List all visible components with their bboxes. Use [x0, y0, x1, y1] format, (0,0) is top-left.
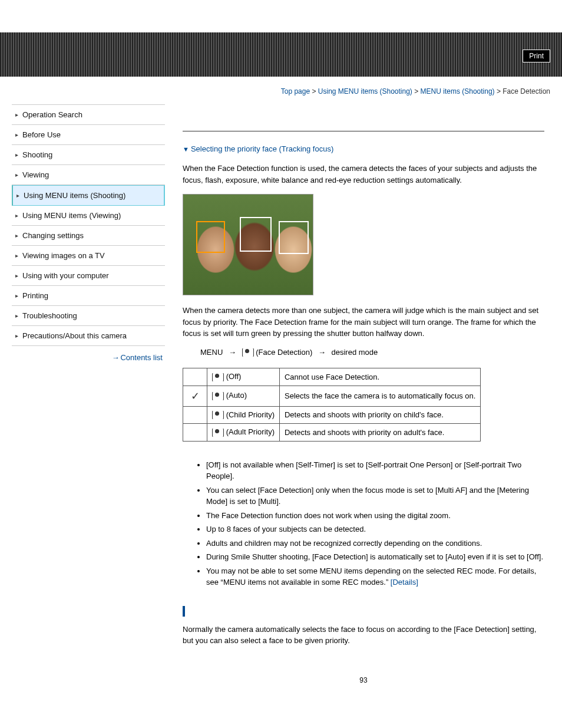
arrow-icon: →: [229, 348, 236, 357]
step-desired-mode: desired mode: [332, 348, 378, 357]
mode-desc: Detects and shoots with priority on adul…: [279, 424, 480, 442]
check-cell: [183, 424, 207, 442]
breadcrumb-top[interactable]: Top page: [281, 87, 310, 95]
mode-desc: Cannot use Face Detection.: [279, 368, 480, 386]
table-row: (Off) Cannot use Face Detection.: [183, 368, 481, 386]
sidebar-item-printing[interactable]: Printing: [12, 286, 165, 306]
section-divider: [183, 606, 544, 617]
page-number: 93: [183, 676, 544, 684]
mode-label: (Adult Priority): [207, 424, 280, 442]
notes-list: [Off] is not available when [Self-Timer]…: [183, 459, 544, 588]
face-auto-icon: [212, 391, 224, 401]
face-off-icon: [212, 373, 224, 382]
toc-link-priority-face[interactable]: Selecting the priority face (Tracking fo…: [183, 144, 333, 153]
sidebar-item-menu-viewing[interactable]: Using MENU items (Viewing): [12, 206, 165, 226]
face-child-icon: [212, 410, 224, 420]
check-cell: [183, 368, 207, 386]
sidebar-item-changing-settings[interactable]: Changing settings: [12, 226, 165, 246]
details-link[interactable]: [Details]: [391, 578, 418, 587]
list-item: You can select [Face Detection] only whe…: [206, 485, 544, 508]
header-banner: Print: [0, 32, 562, 77]
list-item: Adults and children may not be recognize…: [206, 538, 544, 549]
sidebar-item-operation-search[interactable]: Operation Search: [12, 105, 165, 125]
sidebar-item-before-use[interactable]: Before Use: [12, 125, 165, 145]
main-content: Selecting the priority face (Tracking fo…: [183, 95, 550, 684]
sidebar-item-precautions[interactable]: Precautions/About this camera: [12, 326, 165, 346]
sidebar-nav: Operation Search Before Use Shooting Vie…: [12, 104, 165, 362]
mode-desc: Selects the face the camera is to automa…: [279, 386, 480, 406]
paragraph-2: When the camera detects more than one su…: [183, 305, 544, 340]
sidebar-item-menu-shooting[interactable]: Using MENU items (Shooting): [12, 185, 165, 206]
table-row: (Adult Priority) Detects and shoots with…: [183, 424, 481, 442]
list-item: [Off] is not available when [Self-Timer]…: [206, 459, 544, 482]
focus-frame-white-2: [279, 221, 309, 254]
options-table: (Off) Cannot use Face Detection. ✓ (Auto…: [183, 368, 481, 442]
contents-list-link[interactable]: Contents list: [120, 353, 163, 362]
list-item: The Face Detection function does not wor…: [206, 510, 544, 522]
sidebar-item-shooting[interactable]: Shooting: [12, 145, 165, 165]
sidebar-item-troubleshooting[interactable]: Troubleshooting: [12, 306, 165, 326]
arrow-right-icon: →: [112, 353, 118, 362]
breadcrumb-current: Face Detection: [503, 87, 550, 95]
intro-paragraph: When the Face Detection function is used…: [183, 163, 544, 186]
section2-paragraph: Normally the camera automatically select…: [183, 624, 544, 647]
checkmark-icon: ✓: [191, 390, 200, 402]
sidebar-item-computer[interactable]: Using with your computer: [12, 266, 165, 286]
section-rule: [183, 131, 544, 131]
check-cell: ✓: [183, 386, 207, 406]
mode-label: (Off): [207, 368, 280, 386]
mode-label: (Child Priority): [207, 406, 280, 424]
focus-frame-white-1: [240, 217, 272, 252]
sidebar-item-viewing[interactable]: Viewing: [12, 165, 165, 185]
table-row: ✓ (Auto) Selects the face the camera is …: [183, 386, 481, 406]
mode-desc: Detects and shoots with priority on chil…: [279, 406, 480, 424]
focus-frame-orange: [196, 221, 225, 253]
table-row: (Child Priority) Detects and shoots with…: [183, 406, 481, 424]
list-item: During Smile Shutter shooting, [Face Det…: [206, 551, 544, 563]
list-item: Up to 8 faces of your subjects can be de…: [206, 523, 544, 535]
breadcrumb-level1[interactable]: Using MENU items (Shooting): [318, 87, 412, 95]
list-item: You may not be able to set some MENU ite…: [206, 565, 544, 588]
face-adult-icon: [212, 428, 224, 437]
operation-steps: MENU → (Face Detection) → desired mode: [200, 348, 544, 358]
arrow-icon: →: [318, 348, 326, 357]
mode-label: (Auto): [207, 386, 280, 406]
print-button[interactable]: Print: [523, 50, 550, 62]
breadcrumb: Top page > Using MENU items (Shooting) >…: [0, 77, 562, 95]
check-cell: [183, 406, 207, 424]
face-detection-icon: [242, 348, 254, 357]
step-menu: MENU: [200, 348, 223, 357]
step-face-detection: (Face Detection): [256, 348, 312, 357]
breadcrumb-level2[interactable]: MENU items (Shooting): [421, 87, 495, 95]
sidebar-item-tv[interactable]: Viewing images on a TV: [12, 246, 165, 266]
sample-image: [183, 194, 313, 295]
